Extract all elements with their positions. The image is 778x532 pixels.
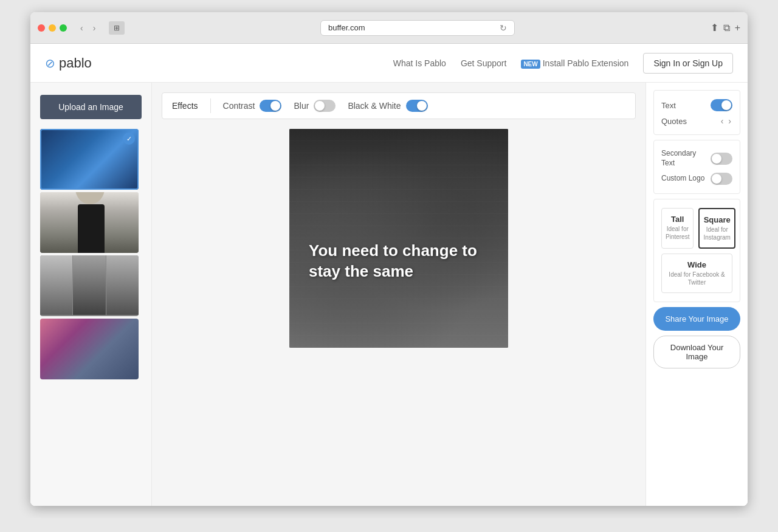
text-toggle-thumb	[721, 100, 731, 110]
tall-layout-button[interactable]: Tall Ideal for Pinterest	[661, 208, 694, 249]
wide-label: Wide	[666, 260, 728, 269]
custom-logo-toggle[interactable]	[711, 173, 732, 185]
blur-effect: Blur	[294, 100, 336, 112]
forward-button[interactable]: ›	[89, 21, 100, 35]
tall-desc: Ideal for Pinterest	[666, 225, 689, 241]
square-layout-button[interactable]: Square Ideal for Instagram	[698, 208, 735, 249]
download-image-button[interactable]: Download Your Image	[653, 336, 740, 368]
bw-label: Black & White	[348, 101, 401, 111]
maximize-button[interactable]	[60, 24, 67, 32]
right-panel: Text Quotes ‹ ›	[645, 83, 748, 506]
thumbnail-collage-img	[40, 255, 139, 316]
quotes-row: Quotes ‹ ›	[661, 116, 732, 126]
canvas-texture	[289, 129, 508, 348]
url-bar[interactable]: buffer.com ↻	[320, 20, 515, 36]
wide-desc: Ideal for Facebook & Twitter	[666, 271, 728, 286]
layout-card: Tall Ideal for Pinterest Square Ideal fo…	[653, 199, 740, 302]
thumbnail-ocean-img	[40, 129, 139, 190]
header: ⊘ pablo What Is Pablo Get Support NEWIns…	[30, 44, 748, 83]
refresh-icon[interactable]: ↻	[500, 23, 507, 33]
layout-grid: Tall Ideal for Pinterest Square Ideal fo…	[661, 208, 732, 249]
square-desc: Ideal for Instagram	[703, 226, 730, 241]
quotes-nav: ‹ ›	[720, 116, 732, 126]
tab-view-button[interactable]: ⊞	[109, 21, 125, 35]
secondary-text-row: Secondary Text	[661, 149, 732, 168]
quotes-label: Quotes	[661, 117, 687, 126]
url-text: buffer.com	[328, 23, 365, 32]
text-quotes-card: Text Quotes ‹ ›	[653, 90, 740, 135]
nav-get-support[interactable]: Get Support	[461, 58, 507, 68]
app: ⊘ pablo What Is Pablo Get Support NEWIns…	[30, 44, 748, 506]
custom-logo-label: Custom Logo	[661, 174, 704, 184]
traffic-lights	[38, 24, 67, 32]
browser-nav: ‹ ›	[77, 21, 99, 35]
nav-what-is-pablo[interactable]: What Is Pablo	[393, 58, 446, 68]
bw-toggle[interactable]	[406, 100, 428, 112]
bw-toggle-thumb	[417, 101, 427, 111]
thumbnail-mlk-img	[40, 192, 139, 253]
thumbnail-flowers[interactable]	[40, 319, 139, 379]
browser-titlebar: ‹ › ⊞ buffer.com ↻ ⬆ ⧉ +	[30, 12, 748, 44]
secondary-text-toggle-thumb	[712, 154, 721, 164]
share-browser-button[interactable]: ⬆	[711, 22, 718, 33]
signin-button[interactable]: Sign In or Sign Up	[643, 53, 733, 74]
new-badge: NEW	[521, 60, 540, 69]
url-bar-wrap: buffer.com ↻	[129, 20, 705, 36]
secondary-text-label: Secondary Text	[661, 149, 711, 168]
thumbnail-flowers-img	[40, 319, 139, 379]
split-view-button[interactable]: ⧉	[723, 22, 730, 33]
nav-install-extension[interactable]: NEWInstall Pablo Extension	[521, 58, 628, 68]
browser-actions: ⬆ ⧉ +	[711, 22, 740, 33]
bw-effect: Black & White	[348, 100, 427, 112]
close-button[interactable]	[38, 24, 45, 32]
blur-label: Blur	[294, 101, 309, 111]
new-tab-button[interactable]: +	[735, 22, 740, 33]
contrast-toggle[interactable]	[260, 100, 281, 112]
effects-label: Effects	[172, 101, 198, 111]
text-toggle[interactable]	[711, 99, 732, 111]
quotes-next-button[interactable]: ›	[727, 116, 732, 126]
effects-divider	[210, 98, 211, 113]
share-image-button[interactable]: Share Your Image	[653, 307, 740, 331]
center-panel: Effects Contrast Blur	[152, 83, 645, 506]
quotes-prev-button[interactable]: ‹	[720, 116, 725, 126]
selected-checkmark: ✓	[123, 133, 135, 145]
text-row: Text	[661, 99, 732, 111]
tall-label: Tall	[666, 215, 689, 224]
logo: ⊘ pablo	[45, 55, 92, 71]
canvas-area[interactable]: You need to change to stay the same	[289, 129, 508, 348]
nav-links: What Is Pablo Get Support NEWInstall Pab…	[393, 53, 733, 74]
contrast-effect: Contrast	[223, 100, 282, 112]
effects-bar: Effects Contrast Blur	[162, 92, 636, 119]
left-panel: Upload an Image ✓	[30, 83, 152, 506]
canvas-quote[interactable]: You need to change to stay the same	[309, 241, 489, 282]
square-label: Square	[703, 215, 730, 224]
thumbnail-collage[interactable]	[40, 255, 139, 316]
custom-logo-row: Custom Logo	[661, 173, 732, 185]
secondary-text-card: Secondary Text Custom Logo	[653, 140, 740, 194]
contrast-label: Contrast	[223, 101, 255, 111]
upload-image-button[interactable]: Upload an Image	[40, 95, 142, 119]
image-thumbnails: ✓	[40, 129, 142, 379]
logo-text: pablo	[59, 55, 92, 71]
wide-layout-button[interactable]: Wide Ideal for Facebook & Twitter	[661, 254, 732, 293]
thumbnail-mlk[interactable]	[40, 192, 139, 253]
logo-icon: ⊘	[45, 56, 55, 71]
thumbnail-ocean[interactable]: ✓	[40, 129, 139, 190]
blur-toggle[interactable]	[314, 100, 336, 112]
browser-window: ‹ › ⊞ buffer.com ↻ ⬆ ⧉ + ⊘ pablo What Is…	[30, 12, 748, 506]
back-button[interactable]: ‹	[77, 21, 87, 35]
secondary-text-toggle[interactable]	[711, 153, 732, 165]
text-label: Text	[661, 101, 676, 110]
minimize-button[interactable]	[49, 24, 56, 32]
main-content: Upload an Image ✓	[30, 83, 748, 506]
